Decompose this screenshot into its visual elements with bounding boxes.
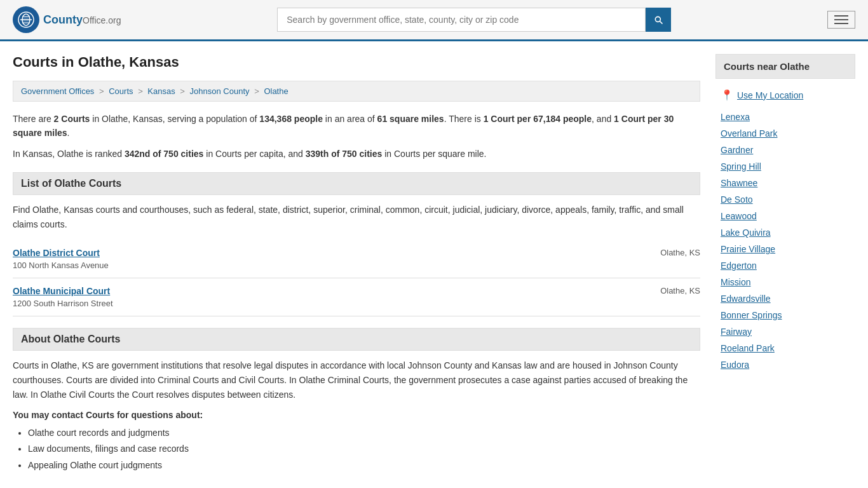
intro-paragraph-1: There are 2 Courts in Olathe, Kansas, se… [13,112,700,140]
sidebar-link[interactable]: Edgerton [721,261,757,271]
list-item: Overland Park [721,125,850,142]
sidebar-links-list: Lenexa Overland Park Gardner Spring Hill… [715,109,855,373]
intro-paragraph-2: In Kansas, Olathe is ranked 342nd of 750… [13,147,700,161]
sidebar-link[interactable]: Gardner [721,145,753,155]
court-info: Olathe Municipal Court 1200 South Harris… [13,286,113,308]
site-header: CountyOffice.org [0,0,868,41]
court-item: Olathe District Court 100 North Kansas A… [13,240,700,278]
list-item: Olathe court records and judgments [28,425,700,441]
population: 134,368 people [259,114,323,124]
sidebar-link[interactable]: De Soto [721,194,753,205]
sidebar-link[interactable]: Bonner Springs [721,310,782,320]
list-item: Prairie Village [721,241,850,257]
search-area [277,8,671,32]
list-item: Mission [721,274,850,290]
rank-capita: 342nd of 750 cities [125,149,204,159]
breadcrumb-link-state[interactable]: Kansas [147,86,175,96]
per-capita: 1 Court per 67,184 people [484,114,592,124]
list-item: Appealing Olathe court judgments [28,458,700,473]
list-item: Edwardsville [721,290,850,307]
page-title: Courts in Olathe, Kansas [13,54,700,71]
court-address: 1200 South Harrison Street [13,299,113,308]
menu-line [834,19,848,20]
sidebar-link[interactable]: Shawnee [721,178,757,188]
court-address: 100 North Kansas Avenue [13,261,109,270]
sidebar-link[interactable]: Spring Hill [721,161,761,172]
menu-line [834,23,848,24]
list-item: Lake Quivira [721,224,850,241]
main-container: Courts in Olathe, Kansas Government Offi… [0,41,868,486]
courts-count: 2 Courts [54,114,90,124]
search-button[interactable] [646,8,671,32]
breadcrumb-separator: > [138,86,145,96]
list-section-description: Find Olathe, Kansas courts and courthous… [13,203,700,231]
area: 61 square miles [377,114,444,124]
sidebar-link[interactable]: Lake Quivira [721,227,771,238]
court-row: Olathe Municipal Court 1200 South Harris… [13,286,700,308]
breadcrumb-link-county[interactable]: Johnson County [190,86,250,96]
hamburger-menu-button[interactable] [827,11,855,29]
location-pin-icon: 📍 [721,89,733,101]
search-icon [653,15,663,25]
sidebar-link[interactable]: Roeland Park [721,343,775,353]
about-section-header: About Olathe Courts [13,328,700,351]
breadcrumb-separator: > [99,86,106,96]
rank-sqmile: 339th of 750 cities [306,149,383,159]
list-item: Lenexa [721,109,850,125]
list-item: Leawood [721,208,850,224]
breadcrumb-link-gov[interactable]: Government Offices [21,86,94,96]
use-location-link[interactable]: Use My Location [737,90,803,100]
breadcrumb-link-city[interactable]: Olathe [264,86,288,96]
sidebar-link[interactable]: Eudora [721,360,749,370]
logo-area: CountyOffice.org [13,6,121,33]
list-item: Shawnee [721,175,850,191]
list-item: Bonner Springs [721,307,850,323]
contact-list: Olathe court records and judgments Law d… [13,425,700,473]
breadcrumb: Government Offices > Courts > Kansas > J… [13,81,700,102]
court-info: Olathe District Court 100 North Kansas A… [13,248,109,270]
list-item: Roeland Park [721,340,850,356]
breadcrumb-separator: > [254,86,261,96]
court-city: Olathe, KS [660,248,700,257]
logo-text: CountyOffice.org [43,13,121,27]
list-item: Gardner [721,142,850,158]
sidebar-link[interactable]: Leawood [721,211,757,221]
contact-heading: You may contact Courts for questions abo… [13,410,700,420]
sidebar: Courts near Olathe 📍 Use My Location Len… [715,54,855,473]
court-name-link[interactable]: Olathe Municipal Court [13,286,113,296]
list-section-header: List of Olathe Courts [13,172,700,195]
sidebar-link[interactable]: Prairie Village [721,244,775,254]
list-item: De Soto [721,191,850,208]
court-item: Olathe Municipal Court 1200 South Harris… [13,278,700,316]
breadcrumb-link-courts[interactable]: Courts [109,86,133,96]
use-my-location[interactable]: 📍 Use My Location [715,85,855,105]
search-input[interactable] [277,8,646,32]
court-city: Olathe, KS [660,286,700,295]
sidebar-link[interactable]: Overland Park [721,128,777,139]
sidebar-link[interactable]: Fairway [721,327,752,337]
content-area: Courts in Olathe, Kansas Government Offi… [13,54,700,473]
list-item: Eudora [721,356,850,373]
sidebar-header: Courts near Olathe [715,54,855,79]
list-item: Law documents, filings and case records [28,441,700,457]
court-row: Olathe District Court 100 North Kansas A… [13,248,700,270]
sidebar-link[interactable]: Edwardsville [721,294,771,304]
sidebar-link[interactable]: Mission [721,277,750,287]
breadcrumb-separator: > [180,86,187,96]
logo-icon [13,6,39,33]
sidebar-link[interactable]: Lenexa [721,112,750,122]
list-item: Spring Hill [721,158,850,175]
about-text: Courts in Olathe, KS are government inst… [13,358,700,402]
court-name-link[interactable]: Olathe District Court [13,248,109,258]
list-item: Edgerton [721,257,850,274]
list-item: Fairway [721,323,850,340]
menu-line [834,15,848,17]
